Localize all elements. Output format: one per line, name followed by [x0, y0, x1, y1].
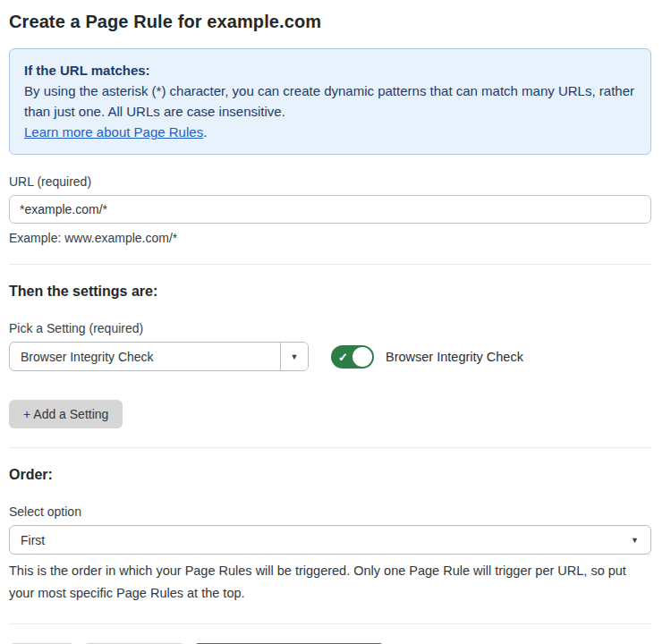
chevron-down-icon: ▼ — [631, 536, 639, 545]
divider — [9, 264, 651, 265]
url-example-helper: Example: www.example.com/* — [9, 231, 651, 245]
info-box-body: By using the asterisk (*) character, you… — [24, 80, 636, 122]
setting-row: Browser Integrity Check ▼ ✓ Browser Inte… — [9, 342, 651, 371]
setting-dropdown-value: Browser Integrity Check — [10, 343, 280, 370]
url-matches-info-box: If the URL matches: By using the asteris… — [9, 48, 651, 155]
page-title: Create a Page Rule for example.com — [9, 12, 651, 32]
chevron-down-icon[interactable]: ▼ — [280, 343, 308, 370]
order-description: This is the order in which your Page Rul… — [9, 560, 651, 605]
settings-section-heading: Then the settings are: — [9, 284, 651, 300]
select-option-label: Select option — [9, 504, 651, 519]
learn-more-link[interactable]: Learn more about Page Rules — [24, 124, 203, 140]
pick-setting-label: Pick a Setting (required) — [9, 321, 651, 335]
setting-dropdown[interactable]: Browser Integrity Check ▼ — [9, 342, 309, 371]
divider — [9, 447, 651, 448]
add-setting-button[interactable]: + Add a Setting — [9, 400, 123, 428]
page-rule-form: Create a Page Rule for example.com If th… — [0, 0, 671, 644]
order-select-value: First — [21, 533, 45, 547]
link-period: . — [203, 124, 207, 140]
url-input[interactable] — [9, 195, 651, 224]
url-field-label: URL (required) — [9, 174, 651, 189]
order-select[interactable]: First ▼ — [9, 525, 651, 555]
toggle-knob — [352, 347, 372, 367]
divider — [9, 623, 651, 624]
order-section-heading: Order: — [9, 467, 651, 483]
toggle-label: Browser Integrity Check — [386, 350, 523, 364]
browser-integrity-toggle[interactable]: ✓ — [331, 345, 374, 369]
checkmark-icon: ✓ — [338, 351, 348, 362]
info-box-heading: If the URL matches: — [24, 60, 636, 80]
info-box-link-line: Learn more about Page Rules. — [24, 122, 636, 142]
